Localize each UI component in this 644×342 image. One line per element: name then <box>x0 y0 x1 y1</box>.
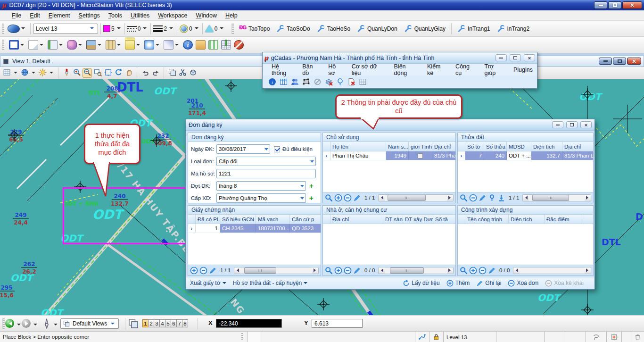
footer-button-lấy-dữ-liệu[interactable]: Lấy dữ liệu <box>403 280 439 287</box>
locate-icon[interactable] <box>488 194 496 202</box>
footer-menu-1[interactable]: Hồ sơ thửa đất - cấp huyện <box>233 280 308 286</box>
ma-ho-so-input[interactable]: 1221 <box>216 169 316 178</box>
chevron-down-icon[interactable] <box>98 44 101 48</box>
table-row[interactable]: › 1 CH 2345 180731700... QD 3523 <box>188 224 321 233</box>
table-row[interactable]: › 7 240 ODT + ... 132.7 81/3 Phan Đ <box>458 151 593 160</box>
column-header[interactable]: Địa chỉ <box>562 142 593 151</box>
view-attributes-icon[interactable] <box>2 68 11 78</box>
column-header[interactable]: Diện tích <box>531 142 562 151</box>
column-header[interactable]: Mã vạch <box>256 215 290 224</box>
menu-item-8[interactable]: Help <box>221 11 242 20</box>
toolbar-grip[interactable] <box>2 40 4 50</box>
chevron-down-icon[interactable] <box>220 27 223 31</box>
column-header[interactable]: Tên công trình <box>465 215 509 224</box>
menu-item-1[interactable]: Edit <box>25 11 44 20</box>
column-header[interactable]: MDSD <box>507 142 531 151</box>
menu-item-7[interactable]: Window <box>192 11 221 20</box>
toolbar-grip[interactable] <box>231 24 234 34</box>
scroll-right-button[interactable] <box>447 267 453 274</box>
chevron-down-icon[interactable] <box>50 72 53 75</box>
update-view-brush-icon[interactable] <box>62 68 71 78</box>
gender-checkbox[interactable] <box>418 153 423 158</box>
plugin-button-quanlydon[interactable]: QuanLyDon <box>354 23 401 34</box>
active-level-indicator[interactable]: Level 13 <box>443 332 496 342</box>
view-number-8[interactable]: 8 <box>182 319 188 327</box>
gcadas-menu-item-4[interactable]: Biến động <box>390 62 423 77</box>
edit-icon[interactable] <box>353 194 361 202</box>
adjust-brightness-icon[interactable] <box>38 68 47 78</box>
column-header[interactable]: Năm s... <box>386 142 409 151</box>
chevron-down-icon[interactable] <box>14 72 17 75</box>
parcel-polygon-icon[interactable] <box>302 78 310 86</box>
line-style-icon[interactable] <box>127 25 137 32</box>
toggle-acs-grid-icon[interactable] <box>221 40 231 50</box>
info-icon[interactable]: i <box>268 78 276 86</box>
column-header[interactable]: Họ tên <box>330 142 386 151</box>
plugin-button-taohoso[interactable]: TaoHoSo <box>314 23 354 34</box>
rotate-view-icon[interactable] <box>114 68 123 78</box>
pan-view-icon[interactable] <box>124 68 133 78</box>
dot-dk-combo[interactable]: tháng 8 <box>216 181 306 191</box>
view-next-icon[interactable] <box>151 68 160 78</box>
chevron-down-icon[interactable] <box>169 27 173 31</box>
x-coordinate-readout[interactable]: -22.340 <box>216 319 282 328</box>
level-combo[interactable]: Level 13 <box>33 24 98 34</box>
chevron-down-icon[interactable] <box>117 27 121 31</box>
selection-set-icon[interactable] <box>586 332 606 342</box>
users-icon[interactable] <box>291 78 299 86</box>
chevron-down-icon[interactable] <box>20 44 24 48</box>
add-cap-xd-button[interactable]: + <box>308 195 315 202</box>
plugin-button-taotopo[interactable]: ĐGTaoTopo <box>236 23 273 34</box>
toolbar-grip[interactable] <box>2 24 4 34</box>
menu-item-6[interactable]: Workspace <box>154 11 191 20</box>
delete-report-icon[interactable] <box>347 78 355 86</box>
add-icon[interactable] <box>334 194 342 202</box>
level-manager-icon[interactable] <box>125 40 135 50</box>
menu-item-0[interactable]: File <box>8 11 25 20</box>
scroll-left-button[interactable] <box>523 195 529 201</box>
plugin-button-intrang2[interactable]: InTrang2 <box>494 23 533 34</box>
markups-icon[interactable] <box>208 40 218 50</box>
chevron-down-icon[interactable] <box>33 324 37 327</box>
gcadas-menu-item-0[interactable]: Hệ thống <box>267 62 298 77</box>
clip-volume-icon[interactable] <box>178 68 187 78</box>
line-weight-icon[interactable] <box>153 25 163 32</box>
chevron-down-icon[interactable] <box>17 324 21 327</box>
color-swatch[interactable] <box>103 25 110 32</box>
chevron-down-icon[interactable] <box>54 324 58 327</box>
column-header[interactable]: Căn cứ p <box>290 215 321 224</box>
search-icon[interactable] <box>460 194 468 202</box>
plot-pen-icon[interactable] <box>41 318 52 329</box>
gcadas-menu-item-1[interactable]: Bản đồ <box>298 62 324 77</box>
cap-xd-combo[interactable]: Phường Quảng Thọ <box>216 193 306 203</box>
column-header[interactable]: Diện tích <box>509 215 545 224</box>
column-header[interactable]: Địa chỉ <box>330 215 383 224</box>
project-explorer-icon[interactable] <box>196 40 206 50</box>
table-row[interactable]: › Phan Thị Châu 1949 81/3 Phan <box>323 151 455 160</box>
horizontal-scrollbar[interactable] <box>378 267 454 274</box>
cell-library-icon[interactable] <box>67 40 77 50</box>
display-style-icon[interactable] <box>20 68 29 78</box>
column-header[interactable]: DT sàn <box>383 215 403 224</box>
column-header[interactable]: giới Tính <box>409 142 432 151</box>
remove-icon[interactable] <box>344 194 352 202</box>
search-icon[interactable] <box>460 267 468 275</box>
snap-mode-icon[interactable] <box>144 40 154 50</box>
column-header[interactable]: Địa chỉ <box>432 142 455 151</box>
transparency-icon[interactable] <box>205 25 214 32</box>
delete-layer-icon[interactable] <box>325 78 333 86</box>
scroll-left-button[interactable] <box>513 267 520 274</box>
view-toggles-icon[interactable] <box>128 318 139 329</box>
view-previous-icon[interactable] <box>140 68 150 78</box>
gcadas-restore-button[interactable] <box>510 54 521 61</box>
snap-mode-indicator[interactable] <box>415 332 429 342</box>
du-dieu-kien-checkbox[interactable] <box>274 146 280 152</box>
references-icon[interactable] <box>106 40 116 50</box>
scroll-right-button[interactable] <box>312 267 318 274</box>
restore-button[interactable] <box>608 1 621 9</box>
ngay-dk-combo[interactable]: 30/08/2017 <box>216 144 270 154</box>
gcadas-menu-item-5[interactable]: Kiểm kê <box>423 62 451 77</box>
plugin-button-quanlygiay[interactable]: QuanLyGiay <box>401 23 449 34</box>
edit-icon[interactable] <box>209 267 217 275</box>
trash-icon[interactable] <box>631 332 644 342</box>
